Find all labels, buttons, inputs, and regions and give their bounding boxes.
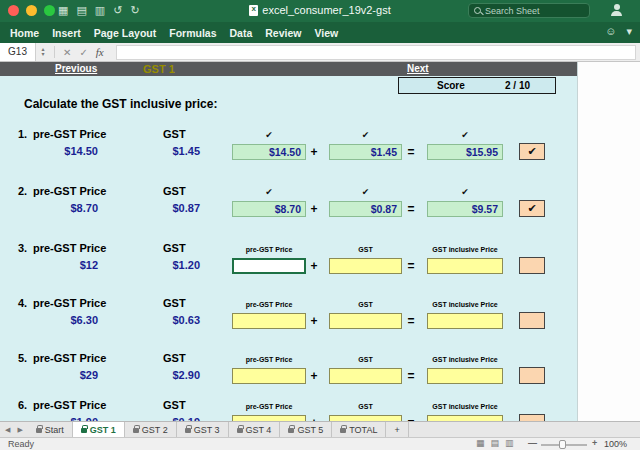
equals-operator: = bbox=[403, 368, 419, 384]
correct-check-icon: ✔ bbox=[329, 130, 402, 140]
next-link[interactable]: Next bbox=[407, 63, 429, 74]
search-box[interactable] bbox=[468, 3, 590, 18]
cancel-entry-icon[interactable]: ✕ bbox=[63, 47, 71, 58]
answer-cell-total[interactable]: $9.57 bbox=[427, 201, 503, 217]
gst-value: $1.45 bbox=[138, 145, 200, 157]
column-header-gst: GST bbox=[329, 246, 402, 253]
answer-cell-total[interactable]: $15.95 bbox=[427, 144, 503, 160]
tab-scroll-left-icon[interactable]: ◀ bbox=[5, 426, 10, 434]
tab-scroll-right-icon[interactable]: ▶ bbox=[17, 426, 22, 434]
result-checkbox[interactable] bbox=[519, 414, 545, 421]
equals-operator: = bbox=[403, 144, 419, 160]
sheet-tab-total[interactable]: TOTAL bbox=[332, 422, 386, 437]
answer-cell-pre[interactable]: $14.50 bbox=[232, 144, 306, 160]
exercise-row-2: 2. pre-GST Price $8.70 GST $0.87 ✔ ✔ ✔ $… bbox=[0, 183, 577, 241]
search-input[interactable] bbox=[485, 6, 584, 16]
score-label: Score bbox=[437, 80, 465, 91]
tab-page-layout[interactable]: Page Layout bbox=[94, 27, 156, 39]
status-bar: Ready ▦ ▤ ▥ — + 100% bbox=[0, 437, 640, 450]
tab-home[interactable]: Home bbox=[10, 27, 39, 39]
collapse-ribbon-icon[interactable]: ▾ bbox=[626, 25, 632, 38]
zoom-in-button[interactable]: + bbox=[592, 438, 597, 448]
excel-window: ▦ ▤ ▥ ↺ ↻ excel_consumer_19v2-gst Home I… bbox=[0, 0, 640, 450]
page-layout-view-icon[interactable]: ▤ bbox=[491, 438, 500, 448]
insert-function-icon[interactable]: fx bbox=[96, 46, 104, 58]
sheet-tab-start[interactable]: Start bbox=[28, 422, 73, 437]
column-header-total: GST inclusive Price bbox=[427, 356, 503, 363]
column-header-pre: pre-GST Price bbox=[232, 403, 306, 410]
gst-value: $2.90 bbox=[138, 369, 200, 381]
column-header-total: GST inclusive Price bbox=[427, 246, 503, 253]
stepper-down-icon: ▾ bbox=[41, 52, 44, 57]
worksheet-area[interactable]: Previous GST 1 Next Score 2 / 10 Calcula… bbox=[0, 62, 640, 421]
result-checkbox[interactable] bbox=[519, 257, 545, 274]
confirm-entry-icon[interactable]: ✓ bbox=[79, 47, 87, 58]
input-cell-total[interactable] bbox=[427, 313, 503, 329]
sheet-tab-gst5[interactable]: GST 5 bbox=[280, 422, 332, 437]
pre-gst-price-value: $6.30 bbox=[18, 314, 98, 326]
answer-cell-gst[interactable]: $0.87 bbox=[329, 201, 402, 217]
sheet-tab-gst4[interactable]: GST 4 bbox=[229, 422, 281, 437]
tab-view[interactable]: View bbox=[314, 27, 338, 39]
score-value: 2 / 10 bbox=[505, 80, 530, 91]
answer-cell-pre[interactable]: $8.70 bbox=[232, 201, 306, 217]
pre-gst-price-value: $29 bbox=[18, 369, 98, 381]
equals-operator: = bbox=[403, 258, 419, 274]
formula-bar: G13 ▴ ▾ ✕ ✓ fx bbox=[0, 43, 640, 62]
input-cell-total[interactable] bbox=[427, 258, 503, 274]
answer-cell-gst[interactable]: $1.45 bbox=[329, 144, 402, 160]
add-sheet-button[interactable]: + bbox=[386, 422, 408, 437]
name-box-stepper[interactable]: ▴ ▾ bbox=[36, 47, 50, 57]
zoom-percentage: 100% bbox=[604, 439, 627, 449]
lock-icon bbox=[340, 428, 346, 433]
name-box[interactable]: G13 bbox=[0, 43, 36, 61]
result-checkbox[interactable] bbox=[519, 312, 545, 329]
sheet-tab-gst1[interactable]: GST 1 bbox=[73, 422, 125, 437]
lock-icon bbox=[36, 428, 42, 433]
input-cell-gst[interactable] bbox=[329, 313, 402, 329]
input-cell-gst[interactable] bbox=[329, 258, 402, 274]
result-checkbox[interactable] bbox=[519, 367, 545, 384]
input-cell-pre[interactable] bbox=[232, 313, 306, 329]
zoom-slider-thumb[interactable] bbox=[559, 440, 566, 449]
account-icon[interactable] bbox=[610, 4, 623, 17]
plus-operator: + bbox=[306, 258, 322, 274]
column-header-total: GST inclusive Price bbox=[427, 301, 503, 308]
page-break-view-icon[interactable]: ▥ bbox=[505, 438, 514, 448]
column-header-pre: pre-GST Price bbox=[232, 356, 306, 363]
formula-input[interactable] bbox=[116, 45, 636, 60]
sheet-tab-gst2[interactable]: GST 2 bbox=[125, 422, 177, 437]
lock-icon bbox=[288, 428, 294, 433]
question-number: 1. bbox=[18, 128, 27, 140]
previous-link[interactable]: Previous bbox=[55, 63, 97, 74]
equals-operator: = bbox=[403, 313, 419, 329]
correct-check-icon: ✔ bbox=[329, 187, 402, 197]
correct-check-icon: ✔ bbox=[232, 187, 306, 197]
zoom-out-button[interactable]: — bbox=[528, 438, 537, 448]
tab-insert[interactable]: Insert bbox=[52, 27, 81, 39]
question-number: 4. bbox=[18, 297, 27, 309]
normal-view-icon[interactable]: ▦ bbox=[476, 438, 485, 448]
input-cell-pre-selected[interactable] bbox=[232, 258, 306, 274]
tab-review[interactable]: Review bbox=[265, 27, 301, 39]
tab-data[interactable]: Data bbox=[229, 27, 252, 39]
feedback-smiley-icon[interactable]: ☺ bbox=[605, 25, 616, 38]
gst-label: GST bbox=[163, 185, 186, 197]
gst-value: $0.87 bbox=[138, 202, 200, 214]
tab-scroll-arrows: ◀ ▶ bbox=[0, 422, 28, 437]
input-cell-pre[interactable] bbox=[232, 368, 306, 384]
gst-value: $1.20 bbox=[138, 259, 200, 271]
sheet-nav-bar: Previous GST 1 Next bbox=[0, 62, 577, 76]
lock-icon bbox=[81, 428, 87, 433]
correct-check-icon: ✔ bbox=[427, 130, 503, 140]
score-box: Score 2 / 10 bbox=[398, 77, 556, 94]
search-icon bbox=[474, 7, 481, 14]
account-icon-body bbox=[611, 11, 622, 16]
correct-check-icon: ✔ bbox=[232, 130, 306, 140]
result-checkbox[interactable]: ✔ bbox=[519, 143, 545, 160]
result-checkbox[interactable]: ✔ bbox=[519, 200, 545, 217]
input-cell-gst[interactable] bbox=[329, 368, 402, 384]
input-cell-total[interactable] bbox=[427, 368, 503, 384]
sheet-tab-gst3[interactable]: GST 3 bbox=[177, 422, 229, 437]
tab-formulas[interactable]: Formulas bbox=[169, 27, 216, 39]
